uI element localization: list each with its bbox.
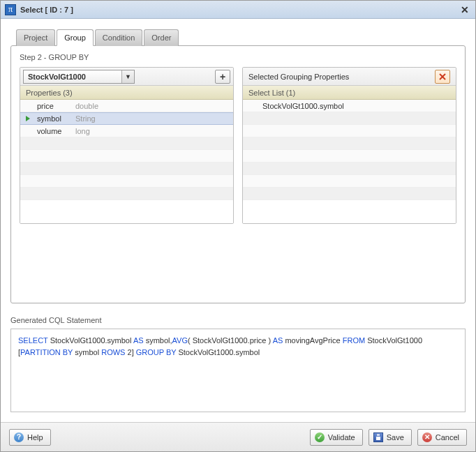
- cql-keyword: FROM: [343, 336, 365, 345]
- validate-button[interactable]: ✓ Validate: [310, 429, 363, 446]
- selected-row[interactable]: StockVolGt1000.symbol: [243, 100, 456, 112]
- window-title: Select [ ID : 7 ]: [20, 6, 459, 14]
- cql-text: symbol: [73, 348, 101, 356]
- selected-header: Select List (1): [243, 86, 456, 100]
- properties-column: StockVolGt1000 ▼ + Properties (3) priced…: [20, 67, 234, 224]
- empty-row: [20, 188, 233, 200]
- empty-row: [20, 137, 233, 150]
- cql-text: symbol,: [144, 336, 172, 345]
- cql-text: movingAvgPrice: [283, 336, 342, 345]
- add-button[interactable]: +: [215, 70, 230, 84]
- group-panel: Step 2 - GROUP BY StockVolGt1000 ▼ + Pro…: [10, 45, 466, 303]
- empty-row: [243, 112, 456, 125]
- empty-row: [20, 150, 233, 163]
- source-dropdown[interactable]: StockVolGt1000 ▼: [23, 70, 135, 84]
- cql-keyword: AVG: [172, 336, 188, 345]
- empty-row: [243, 125, 456, 137]
- delete-icon: [439, 73, 446, 80]
- validate-label: Validate: [328, 433, 355, 442]
- selected-title: Selected Grouping Properties: [248, 73, 349, 81]
- property-type: long: [75, 127, 90, 135]
- empty-row: [243, 175, 456, 188]
- content-area: ProjectGroupConditionOrder Step 2 - GROU…: [1, 19, 475, 422]
- cancel-button[interactable]: ✕ Cancel: [417, 429, 467, 446]
- tabs: ProjectGroupConditionOrder: [10, 29, 466, 45]
- arrow-icon: [26, 116, 37, 121]
- tab-group[interactable]: Group: [57, 29, 94, 46]
- plus-icon: +: [220, 71, 225, 82]
- cql-statement[interactable]: SELECT StockVolGt1000.symbol AS symbol,A…: [10, 329, 466, 412]
- empty-row: [243, 163, 456, 175]
- empty-row: [243, 188, 456, 200]
- property-type: double: [75, 102, 98, 110]
- cancel-icon: ✕: [422, 432, 432, 442]
- generated-label: Generated CQL Statement: [10, 316, 466, 324]
- properties-toolbar: StockVolGt1000 ▼ +: [20, 68, 233, 86]
- selected-list: StockVolGt1000.symbol: [243, 100, 456, 223]
- save-button[interactable]: Save: [369, 429, 412, 446]
- selected-toolbar: Selected Grouping Properties: [243, 68, 456, 86]
- cql-text: StockVolGt1000.symbol: [48, 336, 133, 345]
- chevron-down-icon: ▼: [121, 70, 134, 83]
- property-type: String: [75, 114, 96, 123]
- select-dialog: π Select [ ID : 7 ] ✕ ProjectGroupCondit…: [0, 0, 476, 452]
- cql-keyword: AS: [133, 336, 144, 345]
- step-label: Step 2 - GROUP BY: [20, 53, 456, 61]
- property-row[interactable]: symbolString: [20, 112, 233, 125]
- app-icon: π: [5, 4, 16, 15]
- empty-row: [20, 163, 233, 175]
- cancel-label: Cancel: [436, 433, 459, 442]
- group-by-columns: StockVolGt1000 ▼ + Properties (3) priced…: [20, 67, 456, 224]
- close-icon[interactable]: ✕: [459, 3, 471, 16]
- titlebar: π Select [ ID : 7 ] ✕: [1, 1, 475, 19]
- empty-row: [243, 150, 456, 163]
- property-row[interactable]: pricedouble: [20, 100, 233, 112]
- help-button[interactable]: ? Help: [9, 429, 51, 446]
- property-name: price: [37, 102, 75, 110]
- check-icon: ✓: [315, 432, 325, 442]
- cql-keyword: SELECT: [18, 336, 48, 345]
- selected-column: Selected Grouping Properties Select List…: [242, 67, 456, 224]
- cql-text: ( StockVolGt1000.price ): [188, 336, 273, 345]
- properties-list: pricedoublesymbolStringvolumelong: [20, 100, 233, 223]
- tab-order[interactable]: Order: [144, 29, 179, 46]
- empty-row: [243, 137, 456, 150]
- save-icon: [373, 432, 383, 442]
- cql-keyword: GROUP BY: [136, 348, 177, 356]
- cql-keyword: ROWS: [101, 348, 125, 356]
- tab-condition[interactable]: Condition: [95, 29, 142, 46]
- help-icon: ?: [14, 432, 24, 442]
- tab-project[interactable]: Project: [16, 29, 55, 46]
- cql-text: StockVolGt1000.symbol: [176, 348, 260, 356]
- property-name: volume: [37, 127, 75, 135]
- save-label: Save: [387, 433, 404, 442]
- cql-keyword: PARTITION BY: [20, 348, 73, 356]
- properties-header: Properties (3): [20, 86, 233, 100]
- help-label: Help: [27, 433, 43, 442]
- property-row[interactable]: volumelong: [20, 125, 233, 137]
- cql-text: 2]: [125, 348, 135, 356]
- footer: ? Help ✓ Validate Save ✕ Cancel: [1, 422, 475, 451]
- remove-button[interactable]: [435, 70, 450, 84]
- property-name: symbol: [37, 114, 75, 123]
- cql-keyword: AS: [273, 336, 283, 345]
- source-dropdown-value: StockVolGt1000: [28, 73, 86, 81]
- empty-row: [20, 175, 233, 188]
